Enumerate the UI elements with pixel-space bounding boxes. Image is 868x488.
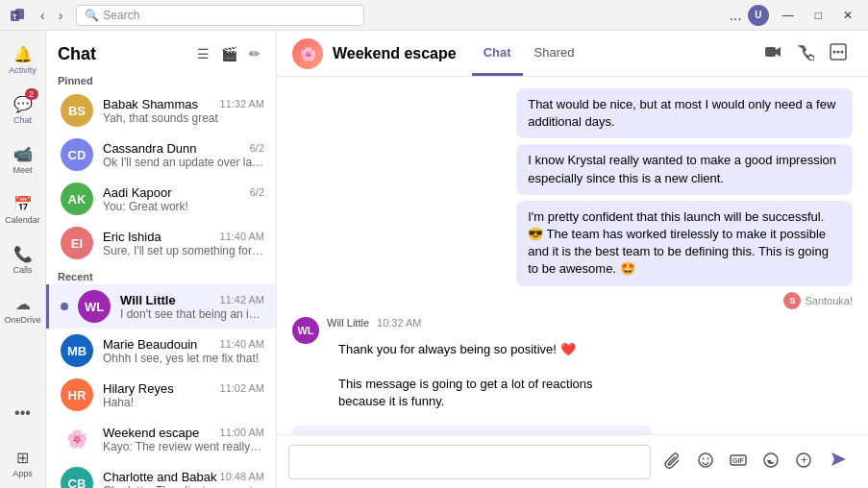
sidebar-item-calls[interactable]: 📞 Calls [4,234,42,284]
chat-time: 11:02 AM [220,382,264,394]
chat-info: Will Little 11:42 AM I don't see that be… [120,293,264,321]
chat-name: Charlotte and Babak [103,470,217,484]
user-avatar[interactable]: U [748,5,769,26]
sidebar-item-activity[interactable]: 🔔 Activity [4,35,42,85]
calls-icon: 📞 [13,244,33,263]
svg-point-6 [837,50,840,53]
chat-item-pinned-0[interactable]: BS Babak Shammas 11:32 AM Yah, that soun… [46,88,276,133]
avatar: HR [61,378,93,411]
sidebar-item-more[interactable]: ••• [4,388,42,438]
filter-button[interactable]: ☰ [193,42,213,65]
chat-header: 🌸 Weekend escape Chat Shared [277,31,868,77]
search-icon: 🔍 [85,9,99,22]
sidebar-item-label-calendar: Calendar [5,215,40,225]
close-button[interactable]: ✕ [835,5,860,26]
chat-preview: I don't see that being an issue, can tak… [120,307,264,321]
sidebar-item-chat[interactable]: 💬 2 Chat [4,85,42,134]
bubble-text: I know Krystal really wanted to make a g… [516,144,853,194]
main-layout: 🔔 Activity 💬 2 Chat 📹 Meet 📅 Calendar 📞 … [0,31,868,488]
chat-info: Babak Shammas 11:32 AM Yah, that sounds … [103,97,264,125]
apps-icon: ⊞ [13,448,33,467]
unread-dot [61,303,68,310]
chat-preview: Charlotte: The client was pretty happy w… [103,484,264,489]
chat-preview: Yah, that sounds great [103,111,264,125]
message-5-row: WL Will Little 10:32 AM Thank you for al… [292,317,853,419]
chat-main-panel: 🌸 Weekend escape Chat Shared [277,31,868,488]
sidebar-item-meet[interactable]: 📹 Meet [4,134,42,184]
emoji-button[interactable] [691,448,720,476]
forward-button[interactable]: › [53,4,69,27]
video-call-button[interactable] [758,37,787,70]
svg-point-5 [833,50,836,53]
chat-time: 6/2 [250,142,264,154]
chat-info: Hilary Reyes 11:02 AM Haha! [103,381,264,409]
messages-area: That would be nice, but at most I would … [277,77,868,434]
more-icon: ••• [13,403,33,423]
message-1: That would be nice, but at most I would … [516,88,853,138]
audio-call-button[interactable] [791,37,820,70]
meet-icon: 📹 [13,144,33,163]
sidebar-item-calendar[interactable]: 📅 Calendar [4,184,42,234]
onedrive-icon: ☁ [13,294,33,313]
chat-item-recent-0[interactable]: WL Will Little 11:42 AM I don't see that… [46,284,276,329]
sidebar-item-label-chat: Chat [13,115,32,125]
chat-header-actions [758,37,853,70]
chat-info: Aadi Kapoor 6/2 You: Great work! [103,185,264,213]
chat-name: Will Little [120,293,176,307]
chat-item-pinned-3[interactable]: EI Eric Ishida 11:40 AM Sure, I'll set u… [46,221,276,265]
sidebar: 🔔 Activity 💬 2 Chat 📹 Meet 📅 Calendar 📞 … [0,31,46,488]
chat-info: Marie Beaudouin 11:40 AM Ohhh I see, yes… [103,337,264,365]
tab-chat[interactable]: Chat [472,31,523,76]
chat-time: 11:32 AM [220,98,264,110]
chat-preview: Ok I'll send an update over later [103,156,264,169]
chat-item-pinned-2[interactable]: AK Aadi Kapoor 6/2 You: Great work! [46,177,276,221]
teams-logo-icon: T [8,6,27,25]
avatar: BS [61,94,93,127]
sidebar-item-apps[interactable]: ⊞ Apps [4,438,42,488]
group-avatar: 🌸 [61,423,93,455]
svg-text:+: + [801,453,807,467]
chat-time: 11:40 AM [220,231,264,242]
attach-button[interactable] [658,448,687,476]
tab-shared[interactable]: Shared [523,31,586,76]
message-input[interactable] [288,445,651,479]
chat-item-pinned-1[interactable]: CD Cassandra Dunn 6/2 Ok I'll send an up… [46,133,276,177]
chat-item-recent-3[interactable]: 🌸 Weekend escape 11:00 AM Kayo: The revi… [46,417,276,461]
send-button[interactable] [822,446,856,477]
chat-item-recent-4[interactable]: CB Charlotte and Babak 10:48 AM Charlott… [46,461,276,488]
titlebar-search-box[interactable]: 🔍 Search [76,5,364,26]
chat-preview: You: Great work! [103,200,264,213]
sticker-button[interactable] [756,448,785,476]
sender-avatar-will: WL [292,317,319,344]
compose-button[interactable]: ✏ [245,42,264,65]
message-6: This message is going to get a lot of re… [327,368,642,418]
back-button[interactable]: ‹ [35,4,51,27]
svg-text:T: T [12,12,17,20]
new-meeting-button[interactable]: 🎬 [217,42,241,65]
gif-button[interactable]: GIF [724,448,753,476]
chat-list-actions: ☰ 🎬 ✏ [193,42,264,65]
svg-text:GIF: GIF [732,457,744,464]
titlebar-dots[interactable]: ... [729,7,741,24]
chat-time: 11:00 AM [220,427,264,438]
chat-list-title: Chat [58,44,193,64]
titlebar-actions: ... U — □ ✕ [729,5,860,26]
sidebar-item-onedrive[interactable]: ☁ OneDrive [4,284,42,334]
chat-item-recent-2[interactable]: HR Hilary Reyes 11:02 AM Haha! [46,373,276,417]
chat-item-recent-1[interactable]: MB Marie Beaudouin 11:40 AM Ohhh I see, … [46,329,276,373]
message-2: I know Krystal really wanted to make a g… [516,144,853,194]
chat-time: 10:48 AM [220,471,264,482]
more-actions-button[interactable]: + [789,448,818,476]
chat-name: Hilary Reyes [103,381,174,396]
chat-header-tabs: Chat Shared [472,31,586,76]
maximize-button[interactable]: □ [807,5,830,26]
sidebar-item-label-calls: Calls [12,265,32,275]
search-placeholder: Search [103,9,139,22]
more-options-button[interactable] [824,37,853,70]
chat-badge: 2 [25,88,38,100]
avatar: CD [61,138,93,171]
bubble-text: This message is going to get a lot of re… [327,368,642,418]
minimize-button[interactable]: — [775,5,802,26]
titlebar-nav: ‹ › [35,4,68,27]
chat-preview: Sure, I'll set up something for next wee… [103,244,264,257]
